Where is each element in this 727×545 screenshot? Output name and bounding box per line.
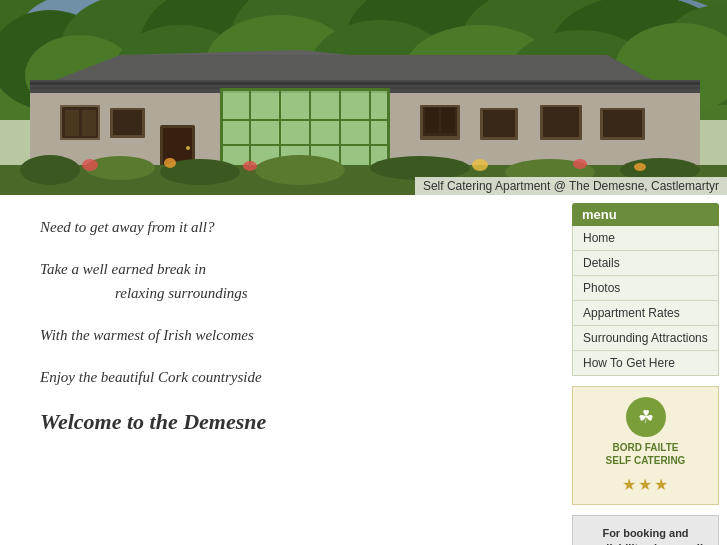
svg-rect-26 bbox=[30, 82, 700, 85]
svg-rect-52 bbox=[483, 110, 515, 137]
nav-rates[interactable]: Appartment Rates bbox=[573, 301, 718, 326]
svg-rect-50 bbox=[441, 108, 455, 133]
hero-image: Self Catering Apartment @ The Demesne, C… bbox=[0, 0, 727, 195]
svg-rect-56 bbox=[603, 110, 642, 137]
svg-point-69 bbox=[164, 158, 176, 168]
svg-point-70 bbox=[243, 161, 257, 171]
svg-point-64 bbox=[255, 155, 345, 185]
svg-rect-54 bbox=[543, 107, 579, 137]
svg-rect-32 bbox=[82, 110, 96, 136]
bord-failte-logo: ☘ BORD FAILTE SELF CATERING ★★★ bbox=[583, 397, 708, 494]
svg-rect-34 bbox=[113, 110, 142, 135]
svg-point-59 bbox=[186, 146, 190, 150]
menu-nav: Home Details Photos Appartment Rates Sur… bbox=[572, 226, 719, 376]
svg-rect-39 bbox=[220, 88, 390, 91]
shamrock-icon: ☘ bbox=[626, 397, 666, 437]
welcome-title: Welcome to the Demesne bbox=[40, 409, 542, 435]
hero-caption: Self Catering Apartment @ The Demesne, C… bbox=[415, 177, 727, 195]
menu-header: menu bbox=[572, 203, 719, 226]
booking-text: For booking andavailability please call bbox=[583, 526, 708, 545]
bord-failte-box: ☘ BORD FAILTE SELF CATERING ★★★ bbox=[572, 386, 719, 505]
svg-point-73 bbox=[634, 163, 646, 171]
tagline-2: Take a well earned break in relaxing sur… bbox=[40, 257, 542, 305]
tagline-3: With the warmest of Irish welcomes bbox=[40, 323, 542, 347]
svg-point-61 bbox=[20, 155, 80, 185]
svg-point-72 bbox=[573, 159, 587, 169]
booking-box: For booking andavailability please call … bbox=[572, 515, 719, 545]
bord-failte-text: BORD FAILTE SELF CATERING bbox=[606, 441, 686, 467]
nav-directions[interactable]: How To Get Here bbox=[573, 351, 718, 375]
sidebar: menu Home Details Photos Appartment Rate… bbox=[572, 195, 727, 545]
nav-attractions[interactable]: Surrounding Attractions bbox=[573, 326, 718, 351]
tagline-4: Enjoy the beautiful Cork countryside bbox=[40, 365, 542, 389]
svg-point-68 bbox=[82, 159, 98, 171]
svg-rect-37 bbox=[220, 88, 223, 170]
main-wrapper: Need to get away from it all? Take a wel… bbox=[0, 195, 727, 545]
tagline-1: Need to get away from it all? bbox=[40, 215, 542, 239]
nav-details[interactable]: Details bbox=[573, 251, 718, 276]
svg-rect-49 bbox=[425, 108, 439, 133]
content-area: Need to get away from it all? Take a wel… bbox=[0, 195, 572, 545]
star-rating: ★★★ bbox=[622, 475, 670, 494]
nav-home[interactable]: Home bbox=[573, 226, 718, 251]
svg-rect-38 bbox=[387, 88, 390, 170]
svg-rect-31 bbox=[65, 110, 79, 136]
svg-point-71 bbox=[472, 159, 488, 171]
nav-photos[interactable]: Photos bbox=[573, 276, 718, 301]
